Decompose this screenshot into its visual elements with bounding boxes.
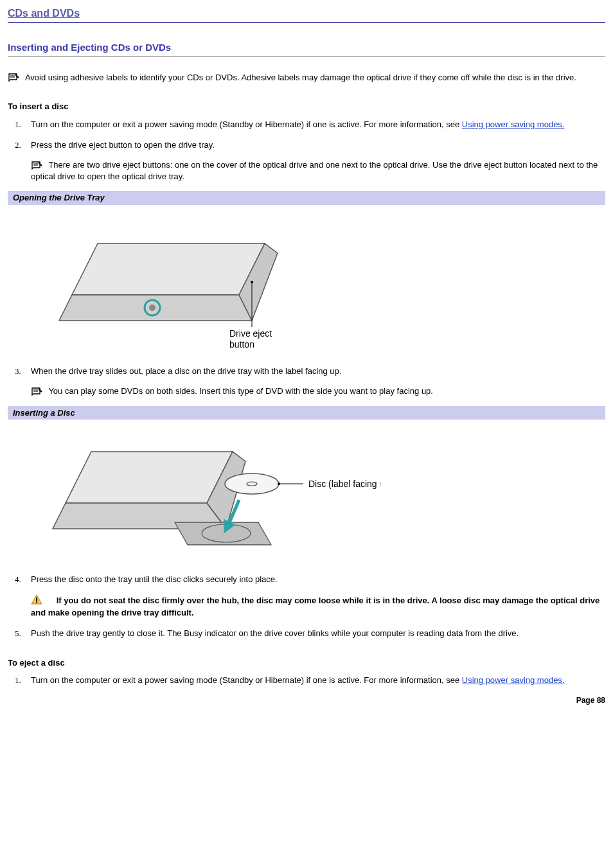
insert-step-4-warning: If you do not seat the disc firmly over … bbox=[31, 594, 605, 619]
link-power-saving-modes-2[interactable]: Using power saving modes. bbox=[462, 675, 565, 685]
figure-caption-inserting-disc: Inserting a Disc bbox=[8, 406, 605, 420]
insert-step-5: Push the drive tray gently to close it. … bbox=[23, 628, 605, 639]
insert-step-1-text: Turn on the computer or exit a power sav… bbox=[31, 120, 462, 129]
figure-caption-opening-tray: Opening the Drive Tray bbox=[8, 191, 605, 205]
note-icon bbox=[8, 73, 21, 83]
insert-step-2-note: There are two drive eject buttons: one o… bbox=[31, 159, 605, 182]
svg-point-16 bbox=[278, 483, 280, 485]
insert-step-3-note-text: You can play some DVDs on both sides. In… bbox=[48, 386, 433, 396]
insert-step-2: Press the drive eject button to open the… bbox=[23, 139, 605, 182]
insert-step-4-text: Press the disc onto the tray until the d… bbox=[31, 574, 278, 584]
figure-inserting-disc: Disc (label facing up) bbox=[46, 432, 605, 561]
note-icon bbox=[31, 387, 44, 397]
warning-icon bbox=[31, 594, 42, 608]
intro-note: Avoid using adhesive labels to identify … bbox=[8, 72, 605, 84]
insert-step-3-text: When the drive tray slides out, place a … bbox=[31, 366, 341, 376]
insert-step-1: Turn on the computer or exit a power sav… bbox=[23, 119, 605, 130]
svg-marker-11 bbox=[175, 522, 271, 545]
insert-step-2-text: Press the drive eject button to open the… bbox=[31, 140, 215, 150]
eject-step-1-text: Turn on the computer or exit a power sav… bbox=[31, 675, 462, 685]
section-heading: Inserting and Ejecting CDs or DVDs bbox=[8, 41, 605, 57]
svg-point-13 bbox=[225, 474, 279, 494]
svg-rect-19 bbox=[36, 601, 37, 603]
insert-heading: To insert a disc bbox=[8, 101, 605, 112]
insert-step-4-warning-text: If you do not seat the disc firmly over … bbox=[31, 596, 600, 618]
figure-opening-tray: Drive eject button bbox=[46, 218, 605, 353]
insert-step-4: Press the disc onto the tray until the d… bbox=[23, 574, 605, 619]
note-icon bbox=[31, 161, 44, 171]
page-number: Page 88 bbox=[8, 695, 605, 705]
insert-step-3: When the drive tray slides out, place a … bbox=[23, 366, 605, 397]
insert-step-3-note: You can play some DVDs on both sides. In… bbox=[31, 385, 605, 397]
link-power-saving-modes[interactable]: Using power saving modes. bbox=[462, 120, 565, 129]
fig2-callout-text: Disc (label facing up) bbox=[308, 479, 380, 489]
fig1-callout-text: Drive eject bbox=[229, 328, 272, 339]
page-title: CDs and DVDs bbox=[8, 6, 605, 23]
insert-step-5-text: Push the drive tray gently to close it. … bbox=[31, 628, 519, 638]
intro-note-text: Avoid using adhesive labels to identify … bbox=[25, 73, 576, 82]
svg-point-6 bbox=[251, 281, 253, 283]
svg-text:button: button bbox=[229, 339, 254, 350]
svg-point-4 bbox=[149, 305, 155, 311]
eject-step-1: Turn on the computer or exit a power sav… bbox=[23, 675, 605, 686]
svg-rect-18 bbox=[36, 598, 37, 601]
svg-marker-0 bbox=[72, 244, 265, 295]
svg-marker-8 bbox=[66, 452, 233, 503]
eject-heading: To eject a disc bbox=[8, 657, 605, 669]
insert-step-2-note-text: There are two drive eject buttons: one o… bbox=[31, 160, 598, 181]
